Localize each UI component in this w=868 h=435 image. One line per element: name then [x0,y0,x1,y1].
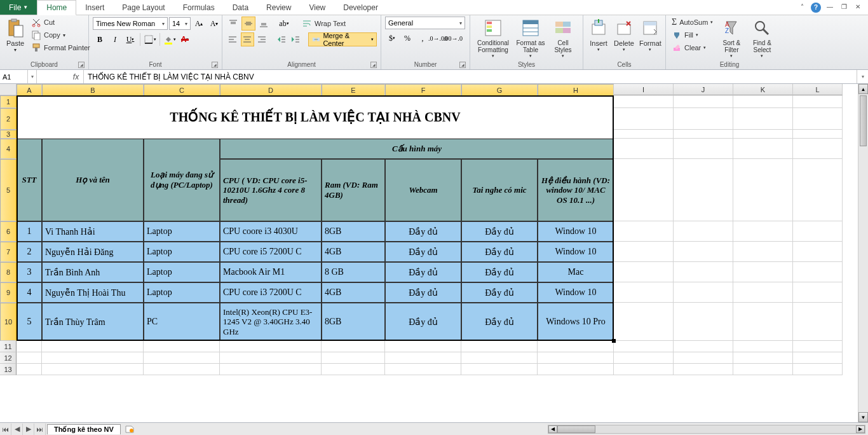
cell[interactable] [733,108,793,130]
scroll-up-button[interactable]: ▲ [858,84,868,94]
data-cell[interactable]: 8 GB [322,262,385,282]
cell[interactable] [733,352,793,364]
currency-button[interactable]: $▾ [385,31,399,45]
vertical-scrollbar[interactable]: ▲ ▼ [858,84,868,422]
tab-review[interactable]: Review [257,0,300,15]
scroll-down-button[interactable]: ▼ [858,412,868,422]
data-cell[interactable]: Window 10 [538,282,614,303]
cell[interactable] [42,352,144,364]
cell[interactable] [674,282,733,303]
column-header-J[interactable]: J [674,84,733,95]
data-cell[interactable]: Windows 10 Pro [538,303,614,341]
cell[interactable] [17,364,42,375]
name-box[interactable]: A1 [0,70,28,83]
help-icon[interactable]: ? [811,3,821,13]
cell[interactable] [461,341,538,352]
align-left-button[interactable] [226,32,240,46]
close-window-icon[interactable]: ✕ [853,3,863,12]
column-header-A[interactable]: A [17,84,42,97]
row-header-8[interactable]: 8 [0,262,17,282]
align-middle-button[interactable] [241,17,255,31]
cell[interactable] [17,352,42,364]
cell[interactable] [144,352,220,364]
data-cell[interactable]: 4GB [322,282,385,303]
conditional-formatting-button[interactable]: Conditional Formatting▾ [474,17,512,60]
data-cell[interactable]: 1 [17,221,42,242]
cell[interactable] [733,221,793,242]
horizontal-scrollbar[interactable]: ◀ ▶ [548,425,865,434]
orientation-button[interactable]: ab▾ [277,17,291,31]
data-cell[interactable]: Trần Bình Anh [42,262,144,282]
new-sheet-button[interactable] [123,424,136,434]
sheet-nav-first[interactable]: ⏮ [0,424,11,435]
column-header-L[interactable]: L [793,84,843,95]
decrease-font-button[interactable]: A▾ [207,17,221,31]
cell[interactable] [144,341,220,352]
font-color-button[interactable]: A▾ [178,32,192,46]
cell[interactable] [793,303,843,341]
format-cells-button[interactable]: Format▾ [638,17,663,53]
align-top-button[interactable] [226,17,240,31]
cell[interactable] [461,364,538,375]
cell[interactable] [793,159,843,221]
data-cell[interactable]: Window 10 [538,221,614,242]
cell[interactable] [322,352,385,364]
data-cell[interactable]: Laptop [144,242,220,262]
tab-data[interactable]: Data [224,0,257,15]
align-bottom-button[interactable] [257,17,271,31]
selection-handle[interactable] [612,339,616,343]
spreadsheet-grid[interactable]: ABCDEFGHIJKL 12345678910111213 THỐNG KÊ … [0,84,868,422]
formula-input[interactable]: THỐNG KÊ THIẾT BỊ LÀM VIỆC TẠI NHÀ CBNV [84,70,857,83]
align-center-button[interactable] [241,32,254,46]
row-header-1[interactable]: 1 [0,95,17,108]
data-cell[interactable]: Laptop [144,262,220,282]
column-header-C[interactable]: C [144,84,220,97]
column-header-F[interactable]: F [385,84,461,97]
sheet-nav-last[interactable]: ⏭ [34,424,46,435]
cell[interactable] [674,130,733,139]
restore-window-icon[interactable]: ❐ [839,3,849,12]
sheet-tab-active[interactable]: Thống kê theo NV [47,424,121,434]
row-header-5[interactable]: 5 [0,159,17,221]
row-header-3[interactable]: 3 [0,130,17,139]
data-cell[interactable]: Đầy đủ [461,262,538,282]
cell[interactable] [614,364,674,375]
cell[interactable] [733,364,793,375]
tab-insert[interactable]: Insert [76,0,113,15]
cell[interactable] [793,221,843,242]
row-header-9[interactable]: 9 [0,282,17,303]
data-cell[interactable]: Đầy đủ [385,303,461,341]
data-cell[interactable]: Laptop [144,282,220,303]
cell[interactable] [220,364,322,375]
alignment-launcher[interactable]: ◢ [370,62,377,68]
tab-home[interactable]: Home [37,0,76,15]
cell[interactable] [144,364,220,375]
cell[interactable] [220,341,322,352]
row-header-6[interactable]: 6 [0,221,17,242]
data-cell[interactable]: 8GB [322,303,385,341]
data-cell[interactable]: Window 10 [538,242,614,262]
data-cell[interactable]: CPU core i5 7200U C [220,242,322,262]
cell[interactable] [614,139,674,159]
cell[interactable] [538,352,614,364]
data-cell[interactable]: Macbook Air M1 [220,262,322,282]
number-format-select[interactable]: General▾ [385,17,465,29]
tab-view[interactable]: View [300,0,334,15]
data-cell[interactable]: 3 [17,262,42,282]
fx-button[interactable]: fx [69,70,84,83]
sheet-nav-next[interactable]: ▶ [23,424,34,435]
italic-button[interactable]: I [108,32,122,46]
cell[interactable] [322,364,385,375]
scroll-left-button[interactable]: ◀ [548,425,557,433]
name-box-dropdown[interactable]: ▾ [28,70,37,83]
data-cell[interactable]: 4 [17,282,42,303]
cell[interactable] [674,242,733,262]
cell[interactable] [733,159,793,221]
tab-formulas[interactable]: Formulas [174,0,224,15]
cell[interactable] [614,262,674,282]
cell[interactable] [614,108,674,130]
font-name-select[interactable]: Times New Roman▾ [93,17,168,30]
underline-button[interactable]: U▾ [123,32,137,46]
vertical-scroll-thumb[interactable] [860,95,867,146]
data-cell[interactable]: 5 [17,303,42,341]
